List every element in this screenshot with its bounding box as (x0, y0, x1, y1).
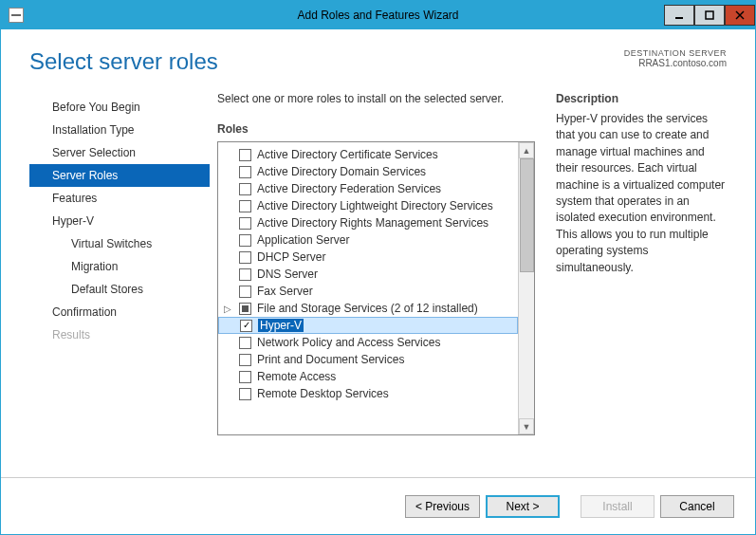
checkbox[interactable] (239, 234, 251, 247)
close-button[interactable] (725, 5, 755, 26)
role-row[interactable]: Network Policy and Access Services (218, 334, 518, 351)
window-title: Add Roles and Features Wizard (297, 9, 458, 22)
role-label: Application Server (257, 233, 349, 247)
scroll-track[interactable] (520, 158, 534, 418)
role-row[interactable]: Print and Document Services (218, 351, 518, 368)
page-heading: Select server roles (29, 48, 218, 75)
checkbox[interactable] (239, 337, 251, 349)
role-row[interactable]: Remote Access (218, 368, 518, 385)
sidebar-item-server-roles[interactable]: Server Roles (29, 164, 210, 187)
app-icon (9, 8, 24, 23)
checkbox[interactable] (240, 320, 252, 332)
role-label: Active Directory Federation Services (257, 182, 441, 195)
next-button[interactable]: Next > (486, 495, 560, 518)
role-label: Fax Server (257, 285, 313, 298)
role-label: Active Directory Rights Management Servi… (257, 216, 489, 230)
roles-listbox: Active Directory Certificate ServicesAct… (217, 141, 535, 435)
role-label: Active Directory Domain Services (257, 165, 426, 178)
role-label: Active Directory Lightweight Directory S… (257, 199, 493, 212)
sidebar-item-migration[interactable]: Migration (29, 255, 210, 278)
checkbox[interactable] (239, 371, 251, 383)
checkbox[interactable] (239, 388, 251, 400)
scrollbar[interactable]: ▲ ▼ (518, 142, 534, 434)
minimize-button[interactable] (664, 5, 694, 26)
description-text: Hyper-V provides the services that you c… (556, 111, 727, 276)
expand-icon[interactable]: ▷ (224, 304, 231, 314)
description-label: Description (556, 92, 727, 105)
checkbox[interactable] (239, 303, 251, 315)
role-label: Network Policy and Access Services (257, 336, 440, 349)
install-button: Install (581, 495, 655, 518)
role-label: File and Storage Services (2 of 12 insta… (257, 302, 478, 315)
role-label: Print and Document Services (257, 353, 404, 366)
role-label: Hyper-V (258, 319, 304, 332)
checkbox[interactable] (239, 200, 251, 212)
wizard-sidebar: Before You BeginInstallation TypeServer … (29, 92, 210, 477)
content-area: Select server roles DESTINATION SERVER R… (1, 29, 755, 477)
role-row[interactable]: DNS Server (218, 266, 518, 283)
role-row[interactable]: Hyper-V (218, 317, 518, 334)
scroll-down-icon[interactable]: ▼ (519, 418, 534, 434)
footer: < Previous Next > Install Cancel (1, 477, 755, 534)
role-row[interactable]: Active Directory Federation Services (218, 180, 518, 197)
sidebar-item-server-selection[interactable]: Server Selection (29, 141, 210, 164)
scroll-thumb[interactable] (520, 158, 534, 272)
checkbox[interactable] (239, 251, 251, 264)
svg-rect-1 (706, 11, 713, 19)
role-row[interactable]: Fax Server (218, 283, 518, 300)
role-row[interactable]: Active Directory Certificate Services (218, 146, 518, 163)
cancel-button[interactable]: Cancel (660, 495, 734, 518)
role-label: Remote Desktop Services (257, 387, 389, 400)
role-label: DNS Server (257, 268, 318, 281)
instruction-text: Select one or more roles to install on t… (217, 92, 535, 105)
maximize-button[interactable] (694, 5, 725, 26)
sidebar-item-hyper-v[interactable]: Hyper-V (29, 210, 210, 232)
destination-server: RRAS1.contoso.com (624, 58, 727, 68)
role-row[interactable]: Active Directory Lightweight Directory S… (218, 197, 518, 214)
sidebar-item-before-you-begin[interactable]: Before You Begin (29, 96, 210, 119)
sidebar-item-installation-type[interactable]: Installation Type (29, 119, 210, 141)
role-row[interactable]: DHCP Server (218, 249, 518, 266)
checkbox[interactable] (239, 268, 251, 281)
checkbox[interactable] (239, 354, 251, 366)
sidebar-item-results: Results (29, 323, 210, 346)
role-row[interactable]: Active Directory Rights Management Servi… (218, 214, 518, 231)
destination-info: DESTINATION SERVER RRAS1.contoso.com (624, 48, 727, 68)
checkbox[interactable] (239, 149, 251, 161)
role-label: DHCP Server (257, 250, 325, 264)
role-row[interactable]: Application Server (218, 231, 518, 249)
titlebar: Add Roles and Features Wizard (1, 1, 755, 29)
role-label: Active Directory Certificate Services (257, 148, 438, 161)
role-row[interactable]: ▷File and Storage Services (2 of 12 inst… (218, 300, 518, 317)
checkbox[interactable] (239, 286, 251, 298)
sidebar-item-confirmation[interactable]: Confirmation (29, 301, 210, 323)
checkbox[interactable] (239, 183, 251, 195)
previous-button[interactable]: < Previous (405, 495, 480, 518)
role-row[interactable]: Active Directory Domain Services (218, 163, 518, 180)
scroll-up-icon[interactable]: ▲ (519, 142, 534, 158)
wizard-window: Add Roles and Features Wizard Select ser… (0, 0, 756, 535)
checkbox[interactable] (239, 217, 251, 230)
role-label: Remote Access (257, 370, 336, 383)
sidebar-item-default-stores[interactable]: Default Stores (29, 278, 210, 301)
checkbox[interactable] (239, 166, 251, 178)
destination-label: DESTINATION SERVER (624, 48, 727, 58)
role-row[interactable]: Remote Desktop Services (218, 385, 518, 402)
roles-label: Roles (217, 122, 535, 136)
sidebar-item-virtual-switches[interactable]: Virtual Switches (29, 232, 210, 255)
sidebar-item-features[interactable]: Features (29, 187, 210, 210)
roles-list[interactable]: Active Directory Certificate ServicesAct… (218, 142, 518, 434)
